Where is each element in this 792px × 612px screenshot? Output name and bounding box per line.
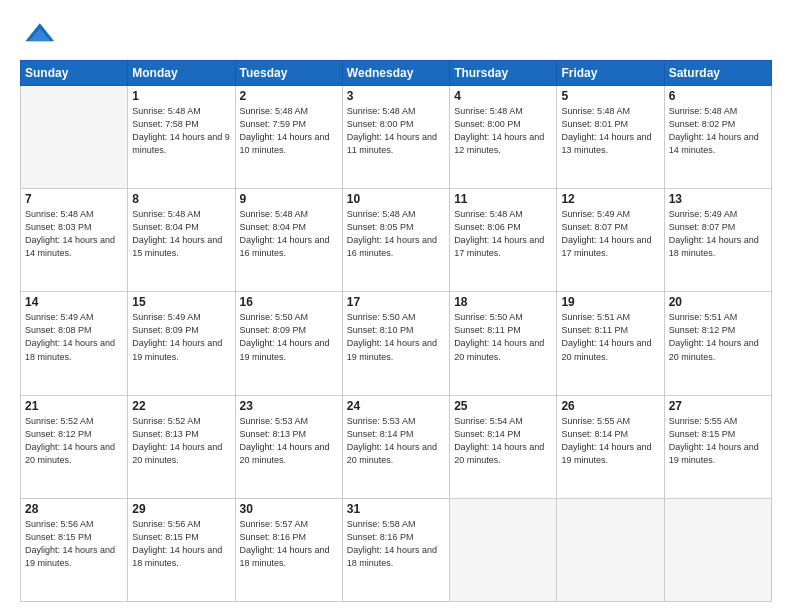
calendar-day-header: Friday — [557, 61, 664, 86]
calendar-cell: 6Sunrise: 5:48 AMSunset: 8:02 PMDaylight… — [664, 86, 771, 189]
day-number: 16 — [240, 295, 338, 309]
calendar-day-header: Monday — [128, 61, 235, 86]
calendar-cell: 25Sunrise: 5:54 AMSunset: 8:14 PMDayligh… — [450, 395, 557, 498]
calendar-cell: 23Sunrise: 5:53 AMSunset: 8:13 PMDayligh… — [235, 395, 342, 498]
day-info: Sunrise: 5:57 AMSunset: 8:16 PMDaylight:… — [240, 518, 338, 570]
page-header — [20, 16, 772, 52]
day-info: Sunrise: 5:55 AMSunset: 8:15 PMDaylight:… — [669, 415, 767, 467]
day-number: 11 — [454, 192, 552, 206]
calendar-cell: 26Sunrise: 5:55 AMSunset: 8:14 PMDayligh… — [557, 395, 664, 498]
day-number: 12 — [561, 192, 659, 206]
day-number: 21 — [25, 399, 123, 413]
day-info: Sunrise: 5:48 AMSunset: 8:01 PMDaylight:… — [561, 105, 659, 157]
calendar-week-row: 7Sunrise: 5:48 AMSunset: 8:03 PMDaylight… — [21, 189, 772, 292]
calendar-cell: 5Sunrise: 5:48 AMSunset: 8:01 PMDaylight… — [557, 86, 664, 189]
day-number: 2 — [240, 89, 338, 103]
calendar-cell: 12Sunrise: 5:49 AMSunset: 8:07 PMDayligh… — [557, 189, 664, 292]
day-number: 7 — [25, 192, 123, 206]
calendar-cell: 14Sunrise: 5:49 AMSunset: 8:08 PMDayligh… — [21, 292, 128, 395]
calendar-day-header: Saturday — [664, 61, 771, 86]
day-number: 28 — [25, 502, 123, 516]
logo — [20, 16, 60, 52]
day-number: 23 — [240, 399, 338, 413]
day-number: 19 — [561, 295, 659, 309]
calendar-cell: 29Sunrise: 5:56 AMSunset: 8:15 PMDayligh… — [128, 498, 235, 601]
day-info: Sunrise: 5:51 AMSunset: 8:12 PMDaylight:… — [669, 311, 767, 363]
calendar-header-row: SundayMondayTuesdayWednesdayThursdayFrid… — [21, 61, 772, 86]
day-number: 13 — [669, 192, 767, 206]
day-info: Sunrise: 5:53 AMSunset: 8:13 PMDaylight:… — [240, 415, 338, 467]
calendar-cell: 19Sunrise: 5:51 AMSunset: 8:11 PMDayligh… — [557, 292, 664, 395]
day-info: Sunrise: 5:50 AMSunset: 8:09 PMDaylight:… — [240, 311, 338, 363]
day-info: Sunrise: 5:48 AMSunset: 8:06 PMDaylight:… — [454, 208, 552, 260]
day-info: Sunrise: 5:49 AMSunset: 8:09 PMDaylight:… — [132, 311, 230, 363]
day-number: 20 — [669, 295, 767, 309]
logo-icon — [20, 16, 56, 52]
calendar-week-row: 21Sunrise: 5:52 AMSunset: 8:12 PMDayligh… — [21, 395, 772, 498]
day-info: Sunrise: 5:52 AMSunset: 8:12 PMDaylight:… — [25, 415, 123, 467]
day-info: Sunrise: 5:48 AMSunset: 8:02 PMDaylight:… — [669, 105, 767, 157]
day-info: Sunrise: 5:48 AMSunset: 8:00 PMDaylight:… — [347, 105, 445, 157]
day-number: 4 — [454, 89, 552, 103]
calendar-cell: 1Sunrise: 5:48 AMSunset: 7:58 PMDaylight… — [128, 86, 235, 189]
day-number: 24 — [347, 399, 445, 413]
day-info: Sunrise: 5:51 AMSunset: 8:11 PMDaylight:… — [561, 311, 659, 363]
day-info: Sunrise: 5:48 AMSunset: 8:04 PMDaylight:… — [132, 208, 230, 260]
day-number: 26 — [561, 399, 659, 413]
calendar-cell: 9Sunrise: 5:48 AMSunset: 8:04 PMDaylight… — [235, 189, 342, 292]
day-number: 8 — [132, 192, 230, 206]
day-number: 29 — [132, 502, 230, 516]
calendar-cell: 16Sunrise: 5:50 AMSunset: 8:09 PMDayligh… — [235, 292, 342, 395]
day-info: Sunrise: 5:50 AMSunset: 8:10 PMDaylight:… — [347, 311, 445, 363]
day-number: 3 — [347, 89, 445, 103]
day-info: Sunrise: 5:48 AMSunset: 8:05 PMDaylight:… — [347, 208, 445, 260]
calendar-day-header: Thursday — [450, 61, 557, 86]
calendar-cell: 7Sunrise: 5:48 AMSunset: 8:03 PMDaylight… — [21, 189, 128, 292]
calendar-cell — [664, 498, 771, 601]
calendar-cell: 13Sunrise: 5:49 AMSunset: 8:07 PMDayligh… — [664, 189, 771, 292]
calendar-day-header: Wednesday — [342, 61, 449, 86]
day-info: Sunrise: 5:48 AMSunset: 8:04 PMDaylight:… — [240, 208, 338, 260]
calendar-day-header: Tuesday — [235, 61, 342, 86]
calendar-cell: 21Sunrise: 5:52 AMSunset: 8:12 PMDayligh… — [21, 395, 128, 498]
day-info: Sunrise: 5:52 AMSunset: 8:13 PMDaylight:… — [132, 415, 230, 467]
calendar-cell — [557, 498, 664, 601]
calendar-week-row: 28Sunrise: 5:56 AMSunset: 8:15 PMDayligh… — [21, 498, 772, 601]
day-number: 9 — [240, 192, 338, 206]
calendar-cell: 27Sunrise: 5:55 AMSunset: 8:15 PMDayligh… — [664, 395, 771, 498]
day-info: Sunrise: 5:58 AMSunset: 8:16 PMDaylight:… — [347, 518, 445, 570]
calendar-day-header: Sunday — [21, 61, 128, 86]
calendar-cell: 20Sunrise: 5:51 AMSunset: 8:12 PMDayligh… — [664, 292, 771, 395]
day-number: 30 — [240, 502, 338, 516]
day-info: Sunrise: 5:56 AMSunset: 8:15 PMDaylight:… — [132, 518, 230, 570]
calendar-cell — [21, 86, 128, 189]
calendar-cell: 11Sunrise: 5:48 AMSunset: 8:06 PMDayligh… — [450, 189, 557, 292]
calendar-cell: 18Sunrise: 5:50 AMSunset: 8:11 PMDayligh… — [450, 292, 557, 395]
calendar-cell: 3Sunrise: 5:48 AMSunset: 8:00 PMDaylight… — [342, 86, 449, 189]
day-number: 5 — [561, 89, 659, 103]
day-info: Sunrise: 5:56 AMSunset: 8:15 PMDaylight:… — [25, 518, 123, 570]
day-info: Sunrise: 5:48 AMSunset: 7:58 PMDaylight:… — [132, 105, 230, 157]
day-info: Sunrise: 5:48 AMSunset: 8:03 PMDaylight:… — [25, 208, 123, 260]
calendar-cell — [450, 498, 557, 601]
day-number: 22 — [132, 399, 230, 413]
day-number: 25 — [454, 399, 552, 413]
day-number: 15 — [132, 295, 230, 309]
calendar-week-row: 1Sunrise: 5:48 AMSunset: 7:58 PMDaylight… — [21, 86, 772, 189]
calendar-table: SundayMondayTuesdayWednesdayThursdayFrid… — [20, 60, 772, 602]
calendar-cell: 17Sunrise: 5:50 AMSunset: 8:10 PMDayligh… — [342, 292, 449, 395]
day-info: Sunrise: 5:55 AMSunset: 8:14 PMDaylight:… — [561, 415, 659, 467]
day-info: Sunrise: 5:49 AMSunset: 8:07 PMDaylight:… — [669, 208, 767, 260]
calendar-cell: 4Sunrise: 5:48 AMSunset: 8:00 PMDaylight… — [450, 86, 557, 189]
day-info: Sunrise: 5:53 AMSunset: 8:14 PMDaylight:… — [347, 415, 445, 467]
day-info: Sunrise: 5:49 AMSunset: 8:08 PMDaylight:… — [25, 311, 123, 363]
day-info: Sunrise: 5:49 AMSunset: 8:07 PMDaylight:… — [561, 208, 659, 260]
day-number: 18 — [454, 295, 552, 309]
calendar-cell: 31Sunrise: 5:58 AMSunset: 8:16 PMDayligh… — [342, 498, 449, 601]
calendar-cell: 15Sunrise: 5:49 AMSunset: 8:09 PMDayligh… — [128, 292, 235, 395]
calendar-cell: 22Sunrise: 5:52 AMSunset: 8:13 PMDayligh… — [128, 395, 235, 498]
day-info: Sunrise: 5:54 AMSunset: 8:14 PMDaylight:… — [454, 415, 552, 467]
calendar-week-row: 14Sunrise: 5:49 AMSunset: 8:08 PMDayligh… — [21, 292, 772, 395]
calendar-cell: 2Sunrise: 5:48 AMSunset: 7:59 PMDaylight… — [235, 86, 342, 189]
day-number: 17 — [347, 295, 445, 309]
